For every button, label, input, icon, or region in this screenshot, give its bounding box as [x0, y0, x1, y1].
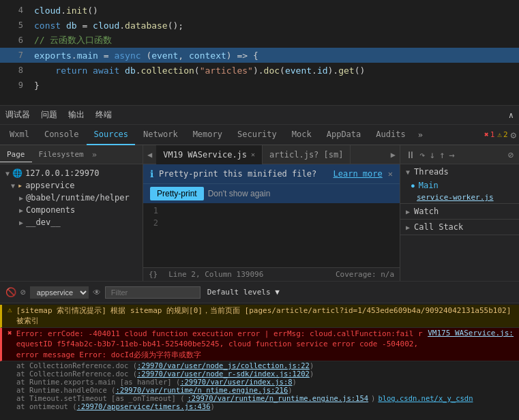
tree-item-components[interactable]: ▶ Components [0, 204, 143, 216]
watch-header[interactable]: ▶ Watch [400, 204, 519, 219]
bracket-icon: {} [149, 270, 158, 279]
stack-link-1[interactable]: :29970/var/user/node_js/collection.js:22 [137, 361, 310, 370]
step-icon[interactable]: → [449, 149, 454, 160]
code-text: // 云函数入口函数 [34, 34, 112, 46]
debug-tab-terminal[interactable]: 终端 [95, 109, 112, 121]
tree-item-babel[interactable]: ▶ @babel/runtime/helper [0, 192, 143, 204]
debug-tab-issues[interactable]: 问题 [41, 109, 57, 121]
tab-more[interactable]: » [414, 127, 427, 142]
stack-link-5[interactable]: :29970/var/runtime/n_runtime.engine.js:1… [188, 394, 369, 402]
source-tab-arrow-right[interactable]: ▶ [387, 150, 400, 160]
chevron-down-icon: ▼ [5, 170, 10, 177]
code-line-7: 7 exports.main = async (event, context) … [0, 48, 519, 63]
threads-header[interactable]: ▼ Threads [400, 164, 519, 179]
stack-link-6[interactable]: :29970/appservice/timers.js:436 [77, 402, 211, 410]
coverage-info: Coverage: n/a [336, 270, 394, 279]
tree-label-babel: @babel/runtime/helper [26, 193, 130, 202]
source-tab-label: VM19 WAService.js [163, 150, 247, 160]
code-editor: 4 cloud.init() 5 const db = cloud.databa… [0, 0, 519, 106]
close-icon[interactable]: ✕ [251, 151, 255, 158]
console-logs: ⚠ [sitemap 索引情况提示] 根据 sitemap 的规则[0]，当前页… [0, 303, 519, 420]
code-text: cloud.init() [34, 5, 98, 16]
threads-section: ▼ Threads ● Main service-worker.js [400, 164, 519, 204]
tab-network[interactable]: Network [136, 125, 185, 145]
pause-icon[interactable]: ⏸ [406, 149, 415, 160]
dont-show-again-button[interactable]: Don't show again [208, 189, 271, 198]
file-tree: ▼ 🌐 127.0.0.1:29970 ▼ ▸ appservice ▶ @ba… [0, 164, 143, 231]
debug-tab-output[interactable]: 输出 [68, 109, 85, 121]
tab-sources[interactable]: Sources [87, 125, 135, 145]
pretty-print-button[interactable]: Pretty-print [150, 187, 204, 200]
thread-main: ● Main [400, 179, 519, 192]
service-worker-link[interactable]: service-worker.js [400, 192, 519, 203]
blog-link[interactable]: blog.csdn.net/x_y_csdn [378, 394, 473, 402]
source-tab-arrow-left[interactable]: ◀ [143, 150, 156, 160]
tree-item-appservice[interactable]: ▼ ▸ appservice [0, 179, 143, 192]
error-badge: ✖ 1 [484, 130, 494, 139]
file-tab-page[interactable]: Page [0, 147, 32, 162]
code-line-8: 8 return await db.collection("articles")… [0, 63, 519, 78]
pretty-banner: ℹ Pretty-print this minified file? Learn… [143, 164, 400, 203]
tab-console[interactable]: Console [38, 125, 86, 145]
minimize-icon[interactable]: ∧ [509, 110, 514, 120]
tab-wxml[interactable]: Wxml [3, 125, 36, 145]
step-out-icon[interactable]: ↑ [439, 149, 445, 160]
log-text-error: Error: errCode: -404011 cloud function e… [16, 329, 426, 360]
context-select[interactable]: appservice [30, 286, 89, 299]
debug-controls: ⏸ ↷ ↓ ↑ → ⊘ [400, 145, 519, 164]
console-settings-icon[interactable]: ⊘ [20, 287, 26, 297]
line-number: 9 [3, 80, 23, 90]
step-into-icon[interactable]: ↓ [429, 149, 434, 160]
filter-input[interactable] [105, 286, 201, 299]
tree-item-root[interactable]: ▼ 🌐 127.0.0.1:29970 [0, 167, 143, 179]
tree-label-root: 127.0.0.1:29970 [25, 168, 99, 178]
chevron-right-icon: ▶ [19, 194, 23, 202]
file-tab-more[interactable]: » [92, 150, 97, 160]
close-banner-icon[interactable]: ✕ [388, 169, 393, 179]
stack-link-2[interactable]: :29970/var/user/node_r-sdk/index.js:1202 [137, 370, 310, 378]
tab-appdata[interactable]: AppData [320, 125, 368, 145]
stack-line-3: at Runtime.exports.main [as handler] (:2… [16, 378, 514, 386]
tab-security[interactable]: Security [231, 125, 284, 145]
chevron-down-icon: ▼ [406, 168, 410, 176]
tab-mock[interactable]: Mock [285, 125, 318, 145]
source-content: 1 2 [143, 203, 400, 267]
stack-link-4[interactable]: :29970/var/runtime/n_ntime.engine.js:216 [115, 386, 288, 394]
source-tab-articl[interactable]: articl.js? [sm] [263, 145, 351, 164]
devtools-tabs: Wxml Console Sources Network Memory Secu… [0, 125, 519, 145]
callstack-section: ▶ Call Stack [400, 220, 519, 235]
log-warn-sitemap: ⚠ [sitemap 索引情况提示] 根据 sitemap 的规则[0]，当前页… [0, 305, 519, 328]
step-over-icon[interactable]: ↷ [419, 149, 425, 160]
log-text-sitemap: [sitemap 索引情况提示] 根据 sitemap 的规则[0]，当前页面 … [16, 305, 514, 327]
tab-memory[interactable]: Memory [186, 125, 229, 145]
error-icon: ✖ [484, 130, 489, 139]
error-count: 1 [490, 130, 495, 139]
tree-label-appservice: appservice [25, 181, 74, 190]
settings-icon[interactable]: ⚙ [511, 130, 516, 140]
pretty-banner-text: Pretty-print this minified file? [159, 169, 328, 179]
tree-item-dev[interactable]: ▶ __dev__ [0, 216, 143, 228]
code-line-5: 5 const db = cloud.database(); [0, 18, 519, 33]
tab-audits[interactable]: Audits [369, 125, 412, 145]
code-text: return await db.collection("articles").d… [34, 65, 365, 76]
source-line-numbers: 1 2 [143, 206, 164, 265]
vm175-link[interactable]: VM175 WAService.js: [428, 329, 514, 338]
debug-tab-debugger[interactable]: 调试器 [5, 109, 30, 121]
info-icon: ℹ [150, 168, 153, 179]
file-panel: Page Filesystem » ▼ 🌐 127.0.0.1:29970 ▼ … [0, 145, 143, 281]
file-tab-filesystem[interactable]: Filesystem [32, 147, 91, 162]
stack-line-1: at CollectionReference.doc (:29970/var/u… [16, 361, 514, 370]
eye-icon[interactable]: 👁 [93, 288, 101, 297]
warn-icon: ⚠ [497, 130, 502, 139]
levels-dropdown[interactable]: Default levels ▼ [207, 288, 280, 297]
line-num-1: 1 [143, 206, 158, 218]
error-icon: ✖ [8, 329, 12, 338]
stack-line-4: at Runtime.handleOnce (:29970/var/runtim… [16, 386, 514, 394]
learn-more-link[interactable]: Learn more [333, 169, 383, 179]
chevron-right-icon: ▶ [406, 208, 410, 215]
stack-link-3[interactable]: :29970/var/user/index.js:8 [180, 378, 292, 386]
deactivate-icon[interactable]: ⊘ [508, 149, 514, 160]
callstack-header[interactable]: ▶ Call Stack [400, 220, 519, 235]
clear-console-icon[interactable]: 🚫 [5, 287, 16, 297]
source-tab-vm19[interactable]: VM19 WAService.js ✕ [156, 145, 263, 164]
